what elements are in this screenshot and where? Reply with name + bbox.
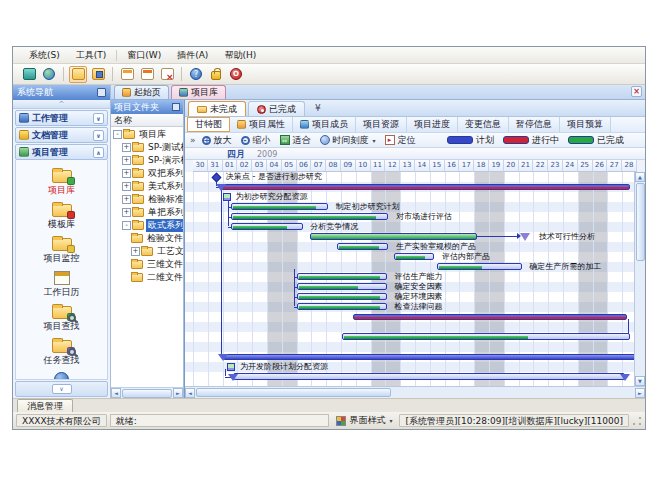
task-bar[interactable] [437,263,521,270]
ribbon-tab-项目属性[interactable]: 项目属性 [230,117,293,132]
tree-item-SP-演示机系[interactable]: +SP-演示机系 [111,154,183,167]
task-bar[interactable] [342,333,629,340]
task-bar[interactable] [231,223,302,230]
tree-expander-icon[interactable]: - [122,221,131,230]
task-bar[interactable] [297,283,387,290]
tree-item-二维文件[interactable]: 二维文件 [111,271,183,284]
report-icon[interactable] [118,66,136,83]
resource-assignment-icon[interactable] [223,193,231,201]
tree-panel-header[interactable]: 项目文件夹 [111,100,183,114]
ribbon-tab-项目成员[interactable]: 项目成员 [293,117,356,132]
tree-expander-icon[interactable]: + [122,156,131,165]
task-bar[interactable] [233,373,625,380]
tree-item-SP-测试机系[interactable]: +SP-测试机系 [111,141,183,154]
resize-grip[interactable] [632,416,642,426]
milestone-diamond[interactable] [211,173,221,183]
scroll-down-icon[interactable]: ▼ [635,376,645,386]
menu-item[interactable]: 插件(A) [169,48,216,63]
report-edit-icon[interactable] [138,66,156,83]
globe-icon[interactable] [40,66,58,83]
toolbar-overflow-icon[interactable]: » [190,135,196,145]
gantt-tool-缩小[interactable]: -缩小 [241,134,271,147]
tab-close-icon[interactable]: × [631,86,642,97]
task-bar[interactable] [297,273,387,280]
summary-bar[interactable] [221,184,629,190]
tree-item-项目库[interactable]: -项目库 [111,128,183,141]
tree-expander-icon[interactable]: + [122,208,131,217]
doc-tab-起始页[interactable]: 起始页 [114,85,169,99]
filter-tab-已完成[interactable]: 已完成 [248,101,305,116]
gantt-tool-定位[interactable]: ▸定位 [385,134,416,147]
report-delete-icon[interactable] [158,66,176,83]
bar-start-marker[interactable] [228,374,238,381]
pin-icon[interactable] [97,88,106,97]
ribbon-tab-变更信息[interactable]: 变更信息 [458,117,509,132]
task-bar[interactable] [337,243,389,250]
scrollbar-thumb[interactable] [122,389,172,398]
tree-item-检验文件[interactable]: 检验文件 [111,232,183,245]
completed-bar[interactable] [310,233,477,240]
folder-open-icon[interactable] [69,66,87,83]
sidebar-group-文档管理[interactable]: 文档管理∨ [15,127,108,143]
tree-horizontal-scrollbar[interactable]: ◄ ► [111,387,183,398]
doc-tab-项目库[interactable]: 项目库 [171,85,226,99]
sidebar-group-工作管理[interactable]: 工作管理∨ [15,110,108,126]
tree-item-欧式系列[interactable]: -欧式系列 [111,219,183,232]
tree-expander-icon[interactable]: + [122,143,131,152]
task-bar[interactable] [297,293,387,300]
ribbon-tab-暂停信息[interactable]: 暂停信息 [509,117,560,132]
scroll-left-icon[interactable]: ◄ [185,388,195,398]
gantt-tool-时间刻度[interactable]: 时间刻度▾ [320,134,376,147]
summary-bar[interactable] [353,314,627,320]
sidebar-item-项目监控[interactable]: 项目监控 [16,233,107,265]
menu-item[interactable]: 帮助(H) [216,48,264,63]
menu-item[interactable]: 工具(T) [68,48,115,63]
task-bar[interactable] [231,213,388,220]
sidebar-item-任务查找[interactable]: 任务查找 [16,335,107,367]
scroll-right-icon[interactable]: ► [635,388,645,398]
sidebar-item-项目查找[interactable]: 项目查找 [16,301,107,333]
resource-assignment-icon[interactable] [227,363,235,371]
sidebar-header[interactable]: 系统导航 [13,85,110,100]
scrollbar-thumb[interactable] [196,388,391,397]
scroll-up-icon[interactable]: ▲ [635,172,645,182]
filter-overflow-icon[interactable]: ¥ [315,103,321,113]
chevron-icon[interactable]: ∨ [93,113,104,124]
lock-icon[interactable] [207,66,225,83]
scroll-right-icon[interactable]: ► [173,388,183,398]
sidebar-collapse-strip[interactable]: ^ [13,100,110,109]
summary-start-marker[interactable] [216,184,226,191]
filter-tab-未完成[interactable]: 未完成 [188,101,246,116]
tree-item-工艺文件[interactable]: +工艺文件 [111,245,183,258]
message-manage-tab[interactable]: 消息管理 [17,399,73,412]
stop-icon[interactable]: O [227,66,245,83]
scroll-left-icon[interactable]: ◄ [111,388,121,398]
sidebar-item-项目文档查找[interactable]: 项目文档查找 [16,369,107,380]
summary-start-marker[interactable] [218,354,228,361]
tree-expander-icon[interactable]: + [122,195,131,204]
summary-bar[interactable] [223,354,634,360]
sidebar-item-模板库[interactable]: 模板库 [16,199,107,231]
tree-item-双把系列[interactable]: +双把系列 [111,167,183,180]
gantt-tool-放大[interactable]: +放大 [202,134,232,147]
tree-expander-icon[interactable]: + [122,169,131,178]
tree-item-三维文件[interactable]: 三维文件 [111,258,183,271]
sidebar-group-项目管理[interactable]: 项目管理∧ [15,144,108,160]
bar-end-marker[interactable] [620,374,630,381]
chevron-down-icon[interactable]: ∨ [52,384,72,394]
folder-tree-icon[interactable] [89,66,107,83]
tree-column-header[interactable]: 名称 [111,114,183,127]
tree-item-美式系列[interactable]: +美式系列 [111,180,183,193]
tree-expander-icon[interactable]: + [122,182,131,191]
feasibility-milestone[interactable] [520,233,530,241]
tree-item-单把系列[interactable]: +单把系列 [111,206,183,219]
pin-icon[interactable] [172,103,180,111]
task-bar[interactable] [231,203,327,210]
ribbon-tab-甘特图[interactable]: 甘特图 [187,117,230,132]
gantt-tool-适合[interactable]: ⇔适合 [280,134,311,147]
tree-expander-icon[interactable]: + [131,247,140,256]
tree-expander-icon[interactable]: - [113,130,122,139]
sidebar-item-项目库[interactable]: 项目库 [16,165,107,197]
vertical-scrollbar[interactable]: ▲ ▼ [634,172,645,386]
chevron-icon[interactable]: ∧ [93,147,104,158]
